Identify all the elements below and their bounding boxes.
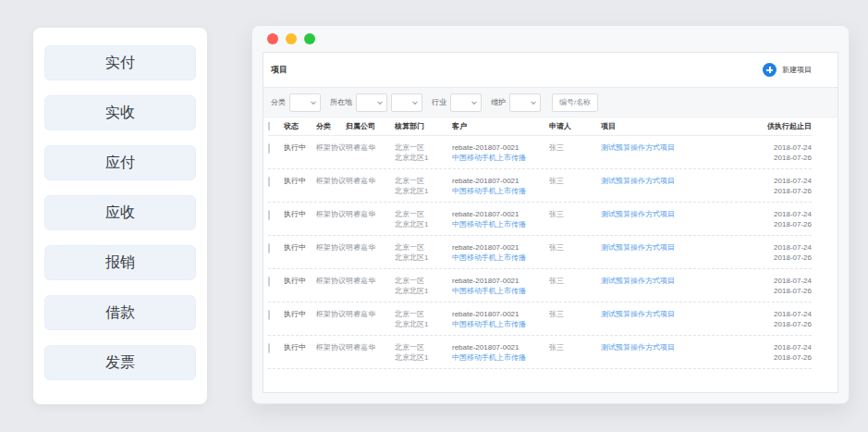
department-line1: 北京一区 <box>395 343 424 352</box>
row-checkbox[interactable] <box>268 277 270 287</box>
dates-cell: 2018-07-24 2018-07-26 <box>767 242 812 263</box>
panel-header: 项目 新建项目 <box>263 53 837 88</box>
status-cell: 执行中 <box>284 309 316 319</box>
row-checkbox[interactable] <box>268 343 270 353</box>
location-select-city[interactable] <box>391 93 422 112</box>
department-line1: 北京一区 <box>395 177 424 185</box>
minimize-button[interactable] <box>286 33 297 44</box>
customer-cell: rebate-201807-0021 中国移动手机上市传播 <box>452 209 549 229</box>
table-body: 执行中 框架协议 明睿嘉华 北京一区 北京北区1 rebate-201807-0… <box>268 136 812 369</box>
sidebar-item[interactable]: 发票 <box>44 345 196 380</box>
column-header-company: 归属公司 <box>346 121 395 131</box>
department-cell: 北京一区 北京北区1 <box>395 276 452 296</box>
customer-link[interactable]: 中国移动手机上市传播 <box>452 286 526 296</box>
department-cell: 北京一区 北京北区1 <box>395 309 452 329</box>
sidebar-item[interactable]: 应付 <box>44 145 196 180</box>
keyword-input[interactable] <box>552 93 598 112</box>
filter-bar: 分类 所在地 行业 维护 <box>263 88 837 117</box>
date-start: 2018-07-24 <box>774 310 812 318</box>
row-checkbox[interactable] <box>268 243 270 253</box>
department-cell: 北京一区 北京北区1 <box>395 176 452 196</box>
applicant-cell: 张三 <box>549 309 601 319</box>
department-line1: 北京一区 <box>395 143 424 152</box>
filter-label-category: 分类 <box>271 97 286 107</box>
location-select-province[interactable] <box>356 93 387 112</box>
customer-link[interactable]: 中国移动手机上市传播 <box>452 352 526 363</box>
date-start: 2018-07-24 <box>774 343 812 352</box>
customer-cell: rebate-201807-0021 中国移动手机上市传播 <box>452 342 549 363</box>
chevron-down-icon <box>377 99 383 105</box>
category-select[interactable] <box>289 93 321 112</box>
date-start: 2018-07-24 <box>774 143 812 152</box>
sidebar-card: 实付 实收 应付 应收 报销 借款 发票 <box>33 28 207 404</box>
column-header-applicant: 申请人 <box>549 121 601 131</box>
department-line2: 北京北区1 <box>395 287 428 295</box>
row-checkbox[interactable] <box>268 210 270 220</box>
sidebar-item[interactable]: 报销 <box>44 245 196 280</box>
project-link[interactable]: 测试预算操作方式项目 <box>601 209 675 219</box>
dates-cell: 2018-07-24 2018-07-26 <box>767 276 812 296</box>
category-cell: 框架协议 <box>316 342 346 352</box>
department-line2: 北京北区1 <box>395 187 428 195</box>
applicant-cell: 张三 <box>549 342 601 352</box>
zoom-button[interactable] <box>304 33 315 44</box>
customer-code: rebate-201807-0021 <box>452 243 520 252</box>
project-link[interactable]: 测试预算操作方式项目 <box>601 276 675 286</box>
customer-link[interactable]: 中国移动手机上市传播 <box>452 219 526 229</box>
dates-cell: 2018-07-24 2018-07-26 <box>767 209 812 229</box>
category-cell: 框架协议 <box>316 142 346 153</box>
category-cell: 框架协议 <box>316 309 346 319</box>
row-checkbox[interactable] <box>268 177 270 187</box>
dates-cell: 2018-07-24 2018-07-26 <box>767 309 812 329</box>
row-checkbox[interactable] <box>268 143 270 154</box>
sidebar-item[interactable]: 应收 <box>44 195 196 230</box>
customer-link[interactable]: 中国移动手机上市传播 <box>452 186 526 196</box>
date-start: 2018-07-24 <box>774 277 812 285</box>
project-link[interactable]: 测试预算操作方式项目 <box>601 309 675 319</box>
sidebar-item[interactable]: 实付 <box>44 45 196 80</box>
row-checkbox[interactable] <box>268 310 270 320</box>
close-button[interactable] <box>267 33 278 44</box>
new-project-button[interactable]: 新建项目 <box>763 63 812 77</box>
customer-cell: rebate-201807-0021 中国移动手机上市传播 <box>452 176 549 196</box>
table-row: 执行中 框架协议 明睿嘉华 北京一区 北京北区1 rebate-201807-0… <box>268 169 812 203</box>
status-cell: 执行中 <box>284 276 316 286</box>
project-link[interactable]: 测试预算操作方式项目 <box>601 242 675 253</box>
project-link[interactable]: 测试预算操作方式项目 <box>601 176 675 186</box>
department-cell: 北京一区 北京北区1 <box>395 242 452 263</box>
column-header-customer: 客户 <box>452 121 549 131</box>
customer-link[interactable]: 中国移动手机上市传播 <box>452 253 526 263</box>
sidebar-item[interactable]: 实收 <box>44 95 196 130</box>
company-cell: 明睿嘉华 <box>346 242 395 253</box>
project-link[interactable]: 测试预算操作方式项目 <box>601 342 675 352</box>
maintain-select[interactable] <box>509 93 541 112</box>
company-cell: 明睿嘉华 <box>346 209 395 219</box>
table-row: 执行中 框架协议 明睿嘉华 北京一区 北京北区1 rebate-201807-0… <box>268 236 812 269</box>
dates-cell: 2018-07-24 2018-07-26 <box>767 176 812 196</box>
department-cell: 北京一区 北京北区1 <box>395 209 452 229</box>
company-cell: 明睿嘉华 <box>346 309 395 319</box>
filter-label-industry: 行业 <box>432 97 446 107</box>
category-cell: 框架协议 <box>316 276 346 286</box>
customer-link[interactable]: 中国移动手机上市传播 <box>452 319 526 329</box>
department-line1: 北京一区 <box>395 310 424 318</box>
project-link[interactable]: 测试预算操作方式项目 <box>601 142 675 153</box>
department-line1: 北京一区 <box>395 210 424 218</box>
status-cell: 执行中 <box>284 209 316 219</box>
customer-cell: rebate-201807-0021 中国移动手机上市传播 <box>452 276 549 296</box>
table-row: 执行中 框架协议 明睿嘉华 北京一区 北京北区1 rebate-201807-0… <box>268 136 812 169</box>
table-row: 执行中 框架协议 明睿嘉华 北京一区 北京北区1 rebate-201807-0… <box>268 203 812 236</box>
customer-code: rebate-201807-0021 <box>452 277 520 285</box>
category-cell: 框架协议 <box>316 176 346 186</box>
customer-cell: rebate-201807-0021 中国移动手机上市传播 <box>452 309 549 329</box>
department-line1: 北京一区 <box>395 243 424 252</box>
applicant-cell: 张三 <box>549 142 601 153</box>
projects-panel: 项目 新建项目 分类 所在地 行业 <box>263 52 838 393</box>
date-end: 2018-07-26 <box>774 187 812 195</box>
customer-link[interactable]: 中国移动手机上市传播 <box>452 153 526 163</box>
date-start: 2018-07-24 <box>774 210 812 218</box>
select-all-checkbox[interactable] <box>268 122 270 131</box>
sidebar-item[interactable]: 借款 <box>44 295 196 330</box>
date-end: 2018-07-26 <box>774 253 812 262</box>
industry-select[interactable] <box>450 93 482 112</box>
